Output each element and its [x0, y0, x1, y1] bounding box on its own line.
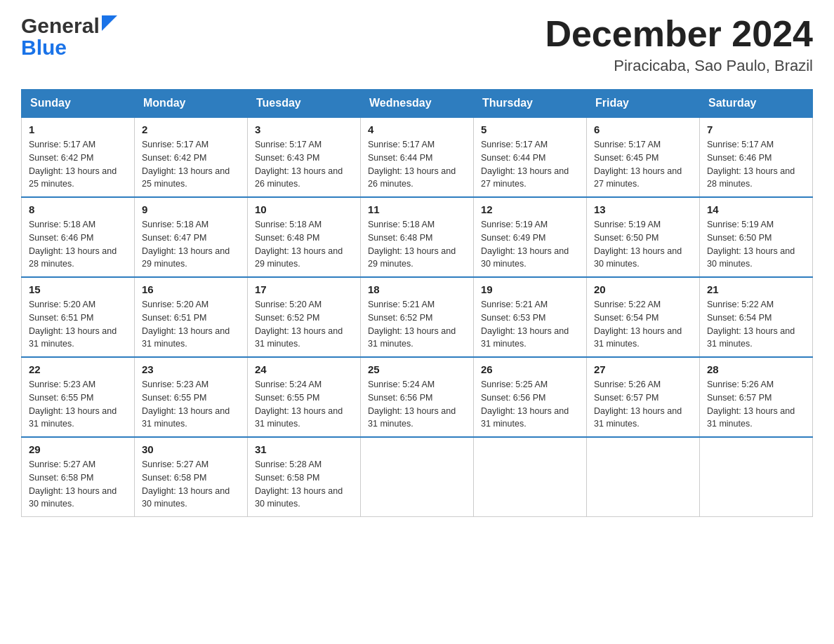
day-info: Sunrise: 5:17 AMSunset: 6:44 PMDaylight:… [481, 138, 579, 191]
calendar-cell: 8Sunrise: 5:18 AMSunset: 6:46 PMDaylight… [22, 197, 135, 277]
day-number: 26 [481, 363, 579, 375]
calendar-cell: 15Sunrise: 5:20 AMSunset: 6:51 PMDayligh… [22, 277, 135, 357]
day-number: 14 [707, 203, 805, 215]
calendar-cell: 3Sunrise: 5:17 AMSunset: 6:43 PMDaylight… [248, 117, 361, 197]
logo-text-blue: Blue [21, 38, 67, 57]
day-number: 4 [368, 123, 466, 135]
day-info: Sunrise: 5:27 AMSunset: 6:58 PMDaylight:… [29, 458, 127, 511]
calendar-week-3: 15Sunrise: 5:20 AMSunset: 6:51 PMDayligh… [22, 277, 813, 357]
day-info: Sunrise: 5:19 AMSunset: 6:50 PMDaylight:… [594, 218, 692, 271]
day-number: 28 [707, 363, 805, 375]
title-section: December 2024 Piracicaba, Sao Paulo, Bra… [545, 14, 813, 75]
day-info: Sunrise: 5:23 AMSunset: 6:55 PMDaylight:… [29, 378, 127, 431]
day-info: Sunrise: 5:26 AMSunset: 6:57 PMDaylight:… [707, 378, 805, 431]
day-info: Sunrise: 5:18 AMSunset: 6:48 PMDaylight:… [255, 218, 353, 271]
calendar-cell: 14Sunrise: 5:19 AMSunset: 6:50 PMDayligh… [700, 197, 813, 277]
day-info: Sunrise: 5:28 AMSunset: 6:58 PMDaylight:… [255, 458, 353, 511]
day-info: Sunrise: 5:23 AMSunset: 6:55 PMDaylight:… [142, 378, 240, 431]
calendar-cell: 30Sunrise: 5:27 AMSunset: 6:58 PMDayligh… [135, 437, 248, 517]
calendar-cell: 31Sunrise: 5:28 AMSunset: 6:58 PMDayligh… [248, 437, 361, 517]
day-number: 13 [594, 203, 692, 215]
calendar-cell: 21Sunrise: 5:22 AMSunset: 6:54 PMDayligh… [700, 277, 813, 357]
calendar-cell: 18Sunrise: 5:21 AMSunset: 6:52 PMDayligh… [361, 277, 474, 357]
calendar-cell: 12Sunrise: 5:19 AMSunset: 6:49 PMDayligh… [474, 197, 587, 277]
day-info: Sunrise: 5:19 AMSunset: 6:50 PMDaylight:… [707, 218, 805, 271]
day-number: 18 [368, 283, 466, 295]
day-number: 8 [29, 203, 127, 215]
day-info: Sunrise: 5:21 AMSunset: 6:53 PMDaylight:… [481, 298, 579, 351]
calendar-cell: 1Sunrise: 5:17 AMSunset: 6:42 PMDaylight… [22, 117, 135, 197]
page-header: General Blue December 2024 Piracicaba, S… [21, 14, 813, 75]
day-number: 10 [255, 203, 353, 215]
calendar-cell: 16Sunrise: 5:20 AMSunset: 6:51 PMDayligh… [135, 277, 248, 357]
calendar-cell: 11Sunrise: 5:18 AMSunset: 6:48 PMDayligh… [361, 197, 474, 277]
calendar-cell: 4Sunrise: 5:17 AMSunset: 6:44 PMDaylight… [361, 117, 474, 197]
day-number: 3 [255, 123, 353, 135]
calendar-cell: 24Sunrise: 5:24 AMSunset: 6:55 PMDayligh… [248, 357, 361, 437]
svg-marker-0 [102, 15, 117, 31]
calendar-week-1: 1Sunrise: 5:17 AMSunset: 6:42 PMDaylight… [22, 117, 813, 197]
column-header-wednesday: Wednesday [361, 90, 474, 118]
calendar-cell [361, 437, 474, 517]
day-info: Sunrise: 5:25 AMSunset: 6:56 PMDaylight:… [481, 378, 579, 431]
day-number: 16 [142, 283, 240, 295]
day-info: Sunrise: 5:17 AMSunset: 6:42 PMDaylight:… [29, 138, 127, 191]
day-number: 23 [142, 363, 240, 375]
calendar-cell: 28Sunrise: 5:26 AMSunset: 6:57 PMDayligh… [700, 357, 813, 437]
day-info: Sunrise: 5:18 AMSunset: 6:46 PMDaylight:… [29, 218, 127, 271]
calendar-table: SundayMondayTuesdayWednesdayThursdayFrid… [21, 89, 813, 517]
day-info: Sunrise: 5:20 AMSunset: 6:52 PMDaylight:… [255, 298, 353, 351]
logo-triangle-icon [102, 15, 117, 31]
day-info: Sunrise: 5:17 AMSunset: 6:44 PMDaylight:… [368, 138, 466, 191]
day-info: Sunrise: 5:17 AMSunset: 6:45 PMDaylight:… [594, 138, 692, 191]
logo-text-general: General [21, 14, 100, 38]
calendar-cell: 27Sunrise: 5:26 AMSunset: 6:57 PMDayligh… [587, 357, 700, 437]
day-number: 15 [29, 283, 127, 295]
calendar-body: 1Sunrise: 5:17 AMSunset: 6:42 PMDaylight… [22, 117, 813, 517]
calendar-cell: 13Sunrise: 5:19 AMSunset: 6:50 PMDayligh… [587, 197, 700, 277]
logo: General Blue [21, 14, 117, 57]
day-number: 31 [255, 443, 353, 455]
calendar-cell: 9Sunrise: 5:18 AMSunset: 6:47 PMDaylight… [135, 197, 248, 277]
calendar-cell: 25Sunrise: 5:24 AMSunset: 6:56 PMDayligh… [361, 357, 474, 437]
day-info: Sunrise: 5:22 AMSunset: 6:54 PMDaylight:… [707, 298, 805, 351]
calendar-cell: 5Sunrise: 5:17 AMSunset: 6:44 PMDaylight… [474, 117, 587, 197]
day-info: Sunrise: 5:17 AMSunset: 6:46 PMDaylight:… [707, 138, 805, 191]
day-number: 5 [481, 123, 579, 135]
day-info: Sunrise: 5:24 AMSunset: 6:55 PMDaylight:… [255, 378, 353, 431]
calendar-cell: 10Sunrise: 5:18 AMSunset: 6:48 PMDayligh… [248, 197, 361, 277]
day-number: 20 [594, 283, 692, 295]
calendar-cell: 6Sunrise: 5:17 AMSunset: 6:45 PMDaylight… [587, 117, 700, 197]
day-number: 7 [707, 123, 805, 135]
calendar-cell: 22Sunrise: 5:23 AMSunset: 6:55 PMDayligh… [22, 357, 135, 437]
calendar-cell: 26Sunrise: 5:25 AMSunset: 6:56 PMDayligh… [474, 357, 587, 437]
day-info: Sunrise: 5:19 AMSunset: 6:49 PMDaylight:… [481, 218, 579, 271]
column-header-monday: Monday [135, 90, 248, 118]
column-header-thursday: Thursday [474, 90, 587, 118]
day-number: 6 [594, 123, 692, 135]
calendar-cell: 17Sunrise: 5:20 AMSunset: 6:52 PMDayligh… [248, 277, 361, 357]
day-number: 12 [481, 203, 579, 215]
day-number: 22 [29, 363, 127, 375]
day-info: Sunrise: 5:21 AMSunset: 6:52 PMDaylight:… [368, 298, 466, 351]
day-info: Sunrise: 5:18 AMSunset: 6:48 PMDaylight:… [368, 218, 466, 271]
day-info: Sunrise: 5:22 AMSunset: 6:54 PMDaylight:… [594, 298, 692, 351]
day-info: Sunrise: 5:24 AMSunset: 6:56 PMDaylight:… [368, 378, 466, 431]
day-info: Sunrise: 5:17 AMSunset: 6:43 PMDaylight:… [255, 138, 353, 191]
column-header-saturday: Saturday [700, 90, 813, 118]
calendar-cell [700, 437, 813, 517]
calendar-week-4: 22Sunrise: 5:23 AMSunset: 6:55 PMDayligh… [22, 357, 813, 437]
day-number: 30 [142, 443, 240, 455]
calendar-week-5: 29Sunrise: 5:27 AMSunset: 6:58 PMDayligh… [22, 437, 813, 517]
day-number: 19 [481, 283, 579, 295]
day-info: Sunrise: 5:17 AMSunset: 6:42 PMDaylight:… [142, 138, 240, 191]
day-number: 11 [368, 203, 466, 215]
calendar-header: SundayMondayTuesdayWednesdayThursdayFrid… [22, 90, 813, 118]
day-info: Sunrise: 5:20 AMSunset: 6:51 PMDaylight:… [29, 298, 127, 351]
day-number: 2 [142, 123, 240, 135]
day-info: Sunrise: 5:20 AMSunset: 6:51 PMDaylight:… [142, 298, 240, 351]
calendar-cell: 19Sunrise: 5:21 AMSunset: 6:53 PMDayligh… [474, 277, 587, 357]
day-info: Sunrise: 5:27 AMSunset: 6:58 PMDaylight:… [142, 458, 240, 511]
day-number: 25 [368, 363, 466, 375]
calendar-cell [474, 437, 587, 517]
